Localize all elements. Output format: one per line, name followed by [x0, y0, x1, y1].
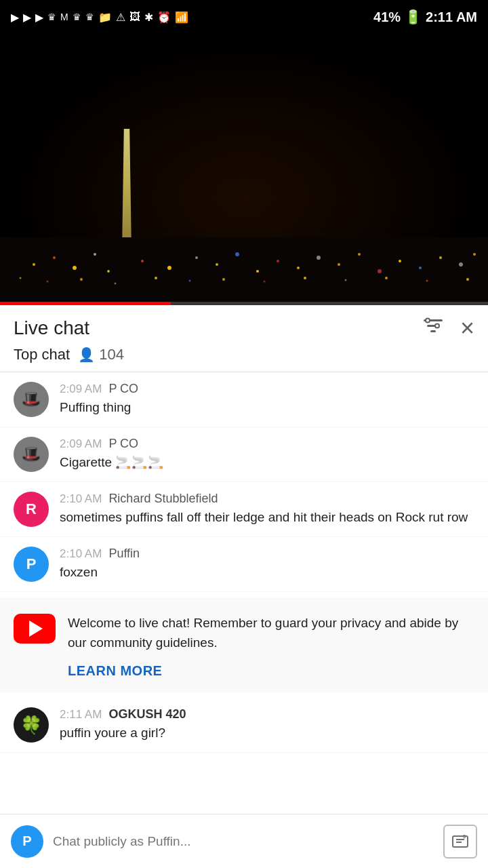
welcome-text: Welcome to live chat! Remember to guard … — [68, 614, 474, 652]
avatar-p-1: P — [14, 547, 49, 582]
svg-point-16 — [358, 253, 361, 256]
wifi-icon: 📶 — [175, 11, 188, 24]
svg-point-24 — [47, 281, 49, 283]
svg-point-10 — [235, 252, 239, 256]
video-progress-fill — [0, 302, 171, 305]
svg-point-40 — [435, 323, 439, 328]
chat-title: Live chat — [14, 317, 89, 339]
close-icon[interactable]: × — [460, 316, 474, 340]
message-text-3: sometimes puffins fall off their ledge a… — [60, 509, 474, 527]
alarm-icon: ⏰ — [157, 11, 171, 24]
message-meta-2: 2:09 AM P CO — [60, 437, 474, 451]
message-body-2: 2:09 AM P CO Cigarette 🚬🚬🚬 — [60, 437, 474, 472]
crown-icon-1: ♛ — [47, 12, 56, 22]
chat-message-4: P 2:10 AM Puffin foxzen — [0, 537, 488, 592]
message-meta-5: 2:11 AM OGKUSH 420 — [60, 707, 474, 722]
m-icon: M — [60, 12, 68, 22]
video-player[interactable] — [0, 34, 488, 305]
chat-message-3: R 2:10 AM Richard Stubblefield sometimes… — [0, 482, 488, 537]
message-text-1: Puffing thing — [60, 399, 474, 417]
svg-point-4 — [94, 253, 96, 256]
svg-point-1 — [33, 263, 35, 266]
chat-messages: 🎩 2:09 AM P CO Puffing thing 🎩 2:09 AM P… — [0, 372, 488, 807]
notification-icon: ▶ — [11, 11, 19, 24]
svg-point-28 — [189, 280, 191, 282]
battery-percent: 41% — [373, 9, 401, 25]
svg-point-2 — [53, 256, 56, 259]
image-icon: 🖼 — [129, 11, 140, 23]
viewers-count: 👤 104 — [78, 346, 124, 363]
avatar-ogkush: 🍀 — [14, 707, 49, 743]
learn-more-button[interactable]: LEARN MORE — [68, 663, 474, 679]
svg-point-30 — [264, 281, 266, 283]
bluetooth-icon: ✱ — [144, 11, 153, 24]
battery-icon: 🔋 — [405, 9, 422, 25]
message-time-1: 2:09 AM — [60, 382, 102, 396]
crown-icon-2: ♛ — [73, 12, 81, 22]
message-body-5: 2:11 AM OGKUSH 420 puffin youre a girl? — [60, 707, 474, 743]
message-text-5: puffin youre a girl? — [60, 724, 474, 743]
svg-point-19 — [419, 267, 422, 269]
svg-point-33 — [385, 277, 388, 279]
message-time-5: 2:11 AM — [60, 708, 102, 722]
folder-icon: 📁 — [98, 11, 112, 24]
svg-point-35 — [466, 278, 469, 281]
welcome-banner: Welcome to live chat! Remember to guard … — [0, 597, 488, 692]
status-bar: ▶ ▶ ▶ ♛ M ♛ ♛ 📁 ⚠ 🖼 ✱ ⏰ 📶 41% 🔋 2:11 AM — [0, 0, 488, 34]
svg-text:$: $ — [463, 834, 466, 840]
welcome-content: Welcome to live chat! Remember to guard … — [68, 614, 474, 679]
chat-subtitle: Top chat 👤 104 — [14, 346, 474, 372]
top-chat-label[interactable]: Top chat — [14, 346, 70, 363]
svg-rect-0 — [0, 237, 488, 305]
superchat-button[interactable]: $ — [443, 825, 477, 859]
message-author-1: P CO — [108, 382, 138, 396]
youtube-logo — [14, 614, 56, 644]
message-author-3: Richard Stubblefield — [108, 492, 218, 506]
svg-point-3 — [73, 266, 77, 270]
svg-point-11 — [256, 270, 259, 273]
message-author-5: OGKUSH 420 — [108, 707, 186, 722]
svg-point-12 — [277, 260, 279, 262]
message-meta-4: 2:10 AM Puffin — [60, 547, 474, 561]
filter-icon[interactable] — [422, 317, 444, 340]
svg-point-18 — [399, 260, 401, 262]
chat-message-2: 🎩 2:09 AM P CO Cigarette 🚬🚬🚬 — [0, 427, 488, 482]
crown-icon-3: ♛ — [85, 12, 94, 22]
input-avatar: P — [11, 825, 43, 858]
svg-point-34 — [426, 280, 428, 282]
chat-header: Live chat × Top chat 👤 104 — [0, 305, 488, 372]
message-text-2: Cigarette 🚬🚬🚬 — [60, 454, 474, 472]
chat-input[interactable] — [53, 834, 434, 849]
svg-point-26 — [115, 283, 117, 285]
svg-point-21 — [459, 262, 463, 267]
svg-point-20 — [439, 256, 442, 259]
svg-point-23 — [20, 277, 22, 279]
message-body-1: 2:09 AM P CO Puffing thing — [60, 382, 474, 417]
time-display: 2:11 AM — [426, 9, 477, 25]
status-right: 41% 🔋 2:11 AM — [373, 9, 477, 25]
svg-point-7 — [167, 266, 171, 270]
person-icon: 👤 — [78, 347, 95, 363]
message-author-4: Puffin — [108, 547, 140, 561]
chat-message-5: 🍀 2:11 AM OGKUSH 420 puffin youre a girl… — [0, 698, 488, 753]
chat-header-icons: × — [422, 316, 474, 340]
avatar-pco-1: 🎩 — [14, 382, 49, 417]
message-time-2: 2:09 AM — [60, 437, 102, 451]
message-text-4: foxzen — [60, 564, 474, 582]
avatar-r: R — [14, 492, 49, 527]
svg-point-32 — [345, 279, 347, 281]
status-icons: ▶ ▶ ▶ ♛ M ♛ ♛ 📁 ⚠ 🖼 ✱ ⏰ 📶 — [11, 11, 188, 24]
svg-rect-38 — [430, 330, 436, 332]
svg-point-39 — [426, 318, 430, 322]
svg-point-9 — [216, 263, 218, 266]
svg-point-31 — [304, 277, 306, 279]
city-lights — [0, 224, 488, 305]
video-progress-bar[interactable] — [0, 302, 488, 305]
svg-point-22 — [473, 253, 476, 256]
video-background — [0, 34, 488, 305]
chat-message-1: 🎩 2:09 AM P CO Puffing thing — [0, 372, 488, 427]
svg-point-27 — [155, 277, 157, 279]
warning-icon: ⚠ — [116, 11, 125, 24]
message-body-3: 2:10 AM Richard Stubblefield sometimes p… — [60, 492, 474, 527]
message-author-2: P CO — [108, 437, 138, 451]
